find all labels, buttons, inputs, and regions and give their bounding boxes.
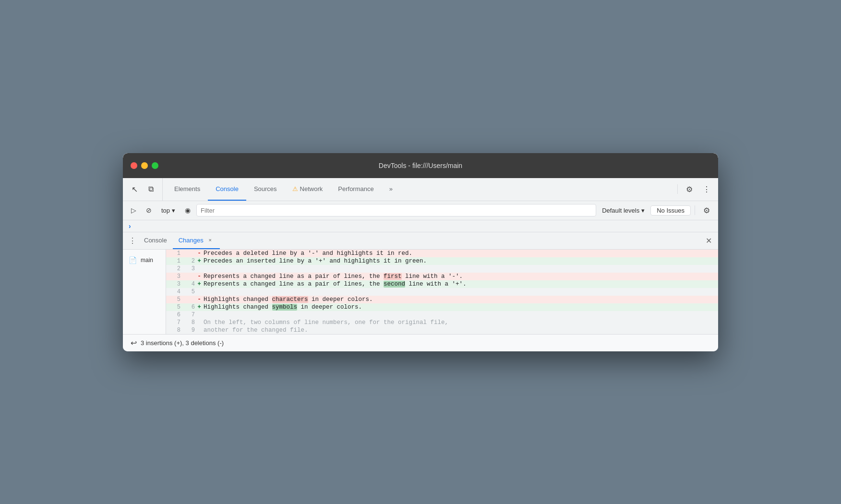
tab-performance[interactable]: Performance [330,178,381,201]
table-row: 78On the left, two columns of line numbe… [166,319,718,326]
settings-console-btn[interactable]: ⚙ [699,203,714,218]
close-changes-tab[interactable]: × [206,236,214,244]
settings-icon-2: ⚙ [703,206,710,215]
table-row: 3-Represents a changed line as a pair of… [166,273,718,280]
line-marker [195,326,204,334]
old-line-num: 6 [166,311,180,319]
divider2 [695,205,695,215]
filter-input[interactable] [196,204,596,216]
new-line-num [180,273,195,280]
line-content: Precedes a deleted line by a '-' and hig… [204,250,718,257]
panel-menu-btn[interactable]: ⋮ [127,235,138,246]
highlight-span: characters [272,296,308,303]
line-content: Represents a changed line as a pair of l… [204,280,718,288]
divider [677,184,678,194]
maximize-button[interactable] [152,162,158,169]
line-marker: + [195,303,204,311]
layers-icon-btn[interactable]: ⧉ [143,181,158,197]
new-line-num: 9 [180,326,195,334]
sidebar-file-name: main [141,257,153,264]
more-vert-icon: ⋮ [703,185,710,194]
default-levels-dropdown[interactable]: Default levels ▾ [598,206,649,215]
traffic-lights [131,162,158,169]
context-dropdown[interactable]: top ▾ [157,206,179,215]
new-line-num: 7 [180,311,195,319]
sidebar-item-main[interactable]: 📄 main [123,253,166,267]
diff-area: 1-Precedes a deleted line by a '-' and h… [166,250,718,334]
chevron-down-icon-2: ▾ [641,207,645,214]
file-icon: 📄 [129,256,137,264]
table-row: 5-Highlights changed characters in deepe… [166,296,718,303]
new-line-num: 8 [180,319,195,326]
old-line-num: 2 [166,265,180,273]
table-row: 67 [166,311,718,319]
panel-tabs: ⋮ Console Changes × ✕ [123,232,718,250]
line-content [204,288,718,296]
changes-panel-tab[interactable]: Changes × [173,232,220,249]
context-label: top [161,207,170,214]
tab-bar-right: ⚙ ⋮ [675,178,714,201]
block-btn[interactable]: ⊘ [142,204,156,217]
line-marker [195,319,204,326]
window-title: DevTools - file:///Users/main [379,162,462,169]
old-line-num: 3 [166,280,180,288]
tab-bar-icons: ↖ ⧉ [127,178,163,201]
new-line-num: 4 [180,280,195,288]
close-button[interactable] [131,162,137,169]
cursor-icon-btn[interactable]: ↖ [127,181,142,197]
eye-btn[interactable]: ◉ [181,204,194,217]
new-line-num: 2 [180,257,195,265]
line-marker [195,311,204,319]
line-marker [195,288,204,296]
console-toolbar: ▷ ⊘ top ▾ ◉ Default levels ▾ No Issues ⚙ [123,201,718,220]
tab-network[interactable]: ⚠ Network [285,178,331,201]
tab-sources[interactable]: Sources [246,178,285,201]
new-line-num: 5 [180,288,195,296]
old-line-num: 3 [166,273,180,280]
line-marker: - [195,250,204,257]
more-options-button[interactable]: ⋮ [699,181,714,197]
line-content: another for the changed file. [204,326,718,334]
tab-more[interactable]: » [382,178,400,201]
old-line-num: 7 [166,319,180,326]
play-btn[interactable]: ▷ [127,204,140,217]
diff-summary: 3 insertions (+), 3 deletions (-) [141,339,224,347]
warning-icon: ⚠ [292,185,298,192]
old-line-num: 8 [166,326,180,334]
breadcrumb-arrow: › [129,222,131,230]
new-line-num: 3 [180,265,195,273]
revert-icon[interactable]: ↩ [131,338,137,348]
breadcrumb-area: › [123,220,718,232]
console-panel-tab[interactable]: Console [138,232,173,249]
close-icon: ✕ [706,236,712,245]
minimize-button[interactable] [141,162,148,169]
tab-console[interactable]: Console [208,178,246,201]
old-line-num: 4 [166,288,180,296]
new-line-num [180,250,195,257]
diff-footer: ↩ 3 insertions (+), 3 deletions (-) [123,334,718,351]
close-panel-btn[interactable]: ✕ [703,235,714,246]
diff-table: 1-Precedes a deleted line by a '-' and h… [166,250,718,334]
content-area: 📄 main 1-Precedes a deleted line by a '-… [123,250,718,334]
line-marker [195,265,204,273]
chevron-down-icon: ▾ [172,207,175,214]
line-content [204,265,718,273]
old-line-num: 5 [166,303,180,311]
layers-icon: ⧉ [148,185,154,193]
table-row: 12+Precedes an inserted line by a '+' an… [166,257,718,265]
line-marker: - [195,296,204,303]
eye-icon: ◉ [185,206,191,214]
more-vert-icon-2: ⋮ [129,236,136,245]
line-content: Highlights changed characters in deeper … [204,296,718,303]
no-issues-button[interactable]: No Issues [650,205,691,216]
table-row: 56+Highlights changed symbols in deeper … [166,303,718,311]
settings-button[interactable]: ⚙ [682,181,697,197]
tab-elements[interactable]: Elements [167,178,208,201]
line-content: Highlights changed symbols in deeper col… [204,303,718,311]
line-marker: - [195,273,204,280]
new-line-num [180,296,195,303]
highlight-span: symbols [272,304,298,311]
title-bar: DevTools - file:///Users/main [123,153,718,178]
line-marker: + [195,280,204,288]
table-row: 1-Precedes a deleted line by a '-' and h… [166,250,718,257]
